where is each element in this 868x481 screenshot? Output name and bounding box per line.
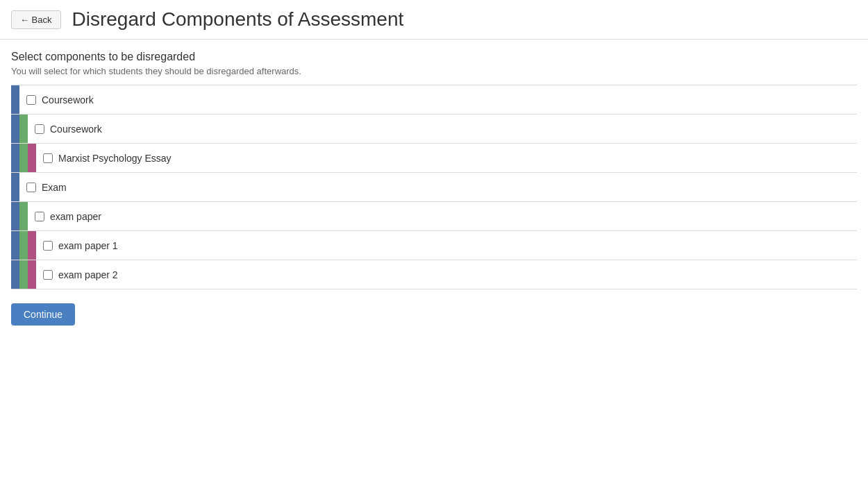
component-label: exam paper 2: [58, 269, 118, 280]
select-subtext: You will select for which students they …: [11, 66, 857, 76]
green-bar-segment: [19, 144, 28, 172]
components-list: CourseworkCourseworkMarxist Psychology E…: [11, 85, 857, 289]
page-header: ← Back Disregard Components of Assessmen…: [0, 0, 868, 40]
green-bar-segment: [19, 202, 28, 230]
list-item: Coursework: [11, 85, 857, 115]
component-checkbox-coursework-top[interactable]: [26, 95, 36, 105]
list-item: Marxist Psychology Essay: [11, 144, 857, 173]
pink-bar-segment: [28, 260, 36, 289]
indent-bar: [11, 231, 36, 260]
page-title: Disregard Components of Assessment: [72, 8, 404, 31]
blue-bar-segment: [11, 231, 19, 260]
component-label: Coursework: [50, 124, 102, 135]
indent-bar: [11, 202, 28, 230]
blue-bar-segment: [11, 173, 19, 201]
green-bar-segment: [19, 115, 28, 143]
component-checkbox-marxist-essay[interactable]: [43, 153, 53, 163]
back-button[interactable]: ← Back: [11, 10, 61, 29]
blue-bar-segment: [11, 260, 19, 289]
pink-bar-segment: [28, 144, 36, 172]
component-label: exam paper: [50, 211, 101, 222]
component-label: Marxist Psychology Essay: [58, 153, 172, 164]
list-item: exam paper 2: [11, 260, 857, 289]
component-label: Coursework: [42, 94, 94, 106]
blue-bar-segment: [11, 144, 19, 172]
blue-bar-segment: [11, 85, 19, 114]
blue-bar-segment: [11, 202, 19, 230]
list-item: exam paper: [11, 202, 857, 231]
list-item: exam paper 1: [11, 231, 857, 260]
pink-bar-segment: [28, 231, 36, 260]
indent-bar: [11, 85, 19, 114]
indent-bar: [11, 144, 36, 172]
select-heading: Select components to be disregarded: [11, 51, 857, 63]
component-checkbox-exam-top[interactable]: [26, 183, 36, 192]
component-checkbox-coursework-sub[interactable]: [35, 124, 44, 134]
component-label: exam paper 1: [58, 240, 118, 251]
list-item: Exam: [11, 173, 857, 202]
green-bar-segment: [19, 260, 28, 289]
main-content: Select components to be disregarded You …: [0, 40, 868, 337]
blue-bar-segment: [11, 115, 19, 143]
component-checkbox-exam-paper-1[interactable]: [43, 241, 53, 251]
component-checkbox-exam-paper-2[interactable]: [43, 270, 53, 280]
indent-bar: [11, 115, 28, 143]
component-label: Exam: [42, 182, 67, 193]
green-bar-segment: [19, 231, 28, 260]
indent-bar: [11, 260, 36, 289]
list-item: Coursework: [11, 115, 857, 144]
component-checkbox-exam-paper[interactable]: [35, 212, 44, 221]
continue-button[interactable]: Continue: [11, 303, 75, 326]
indent-bar: [11, 173, 19, 201]
